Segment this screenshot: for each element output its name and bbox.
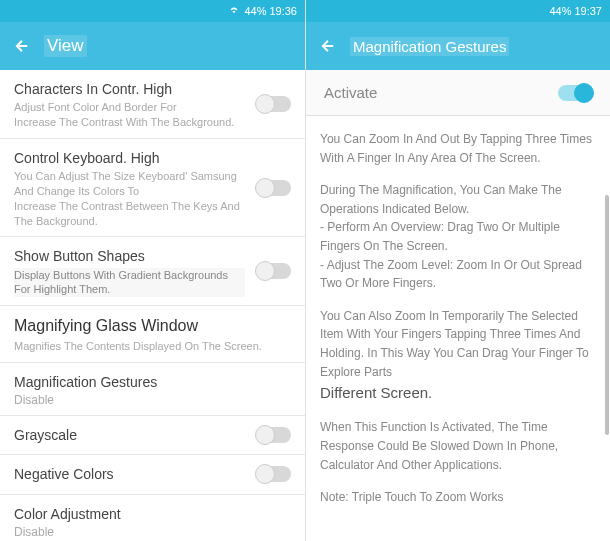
toggle-switch[interactable]	[257, 263, 291, 279]
setting-desc: Display Buttons With Gradient Background…	[14, 268, 245, 298]
left-screen: 44% 19:36 View Characters In Contr. High…	[0, 0, 305, 541]
setting-keyboard-contrast[interactable]: Control Keyboard. High You Can Adjust Th…	[0, 139, 305, 238]
info-paragraph: You Can Zoom In And Out By Tapping Three…	[320, 130, 596, 167]
setting-title: Characters In Contr. High	[14, 80, 245, 98]
back-arrow-icon[interactable]	[12, 36, 32, 56]
status-battery-text: 44% 19:37	[549, 5, 602, 17]
setting-status: Disable	[14, 393, 291, 407]
setting-desc: Adjust Font Color And Border For	[14, 100, 245, 115]
setting-status: Disable	[14, 525, 291, 539]
detail-content[interactable]: Activate You Can Zoom In And Out By Tapp…	[306, 70, 610, 541]
setting-grayscale[interactable]: Grayscale	[0, 416, 305, 455]
settings-list[interactable]: Characters In Contr. High Adjust Font Co…	[0, 70, 305, 541]
setting-title: Grayscale	[14, 426, 245, 444]
setting-title: Control Keyboard. High	[14, 149, 245, 167]
setting-desc: Increase The Contrast With The Backgroun…	[14, 115, 245, 130]
setting-title: Magnifying Glass Window	[14, 316, 291, 337]
scrollbar[interactable]	[605, 195, 609, 435]
status-bar-right: 44% 19:37	[306, 0, 610, 22]
toggle-switch[interactable]	[257, 96, 291, 112]
status-bar-left: 44% 19:36	[0, 0, 305, 22]
right-screen: 44% 19:37 Magnification Gestures Activat…	[305, 0, 610, 541]
page-title: Magnification Gestures	[350, 37, 509, 56]
setting-title: Color Adjustment	[14, 505, 291, 523]
toggle-switch[interactable]	[257, 466, 291, 482]
setting-magnifier-window[interactable]: Magnifying Glass Window Magnifies The Co…	[0, 306, 305, 363]
header-left: View	[0, 22, 305, 70]
setting-title: Magnification Gestures	[14, 373, 291, 391]
setting-title: Show Button Shapes	[14, 247, 245, 265]
status-battery-text: 44% 19:36	[244, 5, 297, 17]
info-paragraph: You Can Also Zoom In Temporarily The Sel…	[320, 307, 596, 405]
setting-color-adjustment[interactable]: Color Adjustment Disable	[0, 495, 305, 541]
info-paragraph: Note: Triple Touch To Zoom Works	[320, 488, 596, 507]
info-paragraph: When This Function Is Activated, The Tim…	[320, 418, 596, 474]
setting-desc: You Can Adjust The Size Keyboard' Samsun…	[14, 169, 245, 199]
toggle-switch[interactable]	[257, 180, 291, 196]
setting-negative-colors[interactable]: Negative Colors	[0, 455, 305, 494]
activate-row[interactable]: Activate	[306, 70, 610, 116]
activate-toggle[interactable]	[558, 85, 592, 101]
setting-title: Negative Colors	[14, 465, 245, 483]
toggle-switch[interactable]	[257, 427, 291, 443]
setting-desc: Magnifies The Contents Displayed On The …	[14, 339, 291, 354]
setting-button-shapes[interactable]: Show Button Shapes Display Buttons With …	[0, 237, 305, 306]
info-paragraph: During The Magnification, You Can Make T…	[320, 181, 596, 293]
header-right: Magnification Gestures	[306, 22, 610, 70]
page-title: View	[44, 35, 87, 57]
setting-contrast-chars[interactable]: Characters In Contr. High Adjust Font Co…	[0, 70, 305, 139]
setting-magnification-gestures[interactable]: Magnification Gestures Disable	[0, 363, 305, 416]
back-arrow-icon[interactable]	[318, 36, 338, 56]
activate-label: Activate	[324, 84, 377, 101]
info-text: You Can Zoom In And Out By Tapping Three…	[306, 116, 610, 535]
wifi-icon	[228, 5, 240, 17]
setting-desc: Increase The Contrast Between The Keys A…	[14, 199, 245, 229]
